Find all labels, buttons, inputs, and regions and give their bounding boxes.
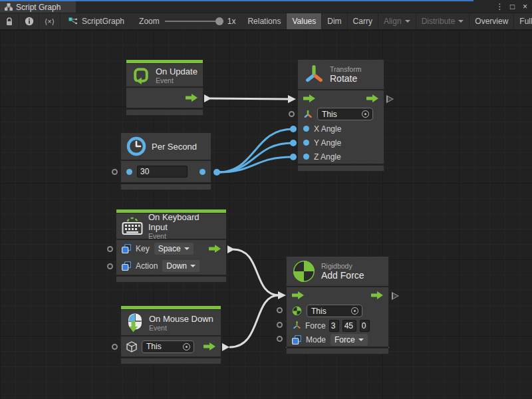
value-input-port-target[interactable] [112,344,118,350]
lock-button[interactable] [0,13,19,29]
value-input-port-target[interactable] [277,307,283,313]
value-input-port-mode[interactable] [277,336,283,342]
exec-output-port[interactable] [392,292,399,300]
object-picker-icon[interactable] [351,307,358,315]
wire-arrowhead [278,291,286,299]
force-z-input[interactable] [360,320,370,332]
zoom-slider[interactable] [165,21,222,22]
wire-endpoint [213,169,220,176]
node-title: Rotate [330,74,361,84]
align-dropdown[interactable]: Align [378,13,416,29]
exec-arrow-icon [366,94,378,102]
target-value: This [322,110,337,119]
wire-per-second-to-x-angle [218,129,293,172]
target-object-field[interactable]: This [307,305,362,317]
target-value: This [311,307,327,316]
graph-toolbar: ⟨×⟩ ScriptGraph Zoom 1x Relations Values… [0,13,532,30]
distribute-label: Distribute [422,17,456,26]
value-input-port-force[interactable] [277,322,283,328]
node-per-second[interactable]: Per Second [121,133,211,190]
clock-icon [126,136,146,156]
chevron-down-icon [184,247,190,250]
rigidbody-mini-icon [292,306,302,316]
mode-dropdown[interactable]: Force [331,334,368,346]
graph-name-label: ScriptGraph [82,17,124,26]
wire-arrowhead [288,95,296,103]
value-input-port-action[interactable] [107,263,113,269]
wire-endpoint [290,126,297,132]
dim-toggle[interactable]: Dim [322,13,347,29]
node-title: On Mouse Down [149,314,213,324]
keyboard-icon [122,216,143,236]
wire-per-second-to-z-angle [218,157,293,172]
key-label: Key [136,244,150,253]
action-value: Down [166,261,187,271]
exec-arrow-icon [209,245,221,253]
code-view-icon: ⟨×⟩ [45,17,55,26]
window-maximize-icon[interactable]: □ [507,2,518,11]
rigidbody-icon [292,259,316,283]
action-dropdown[interactable]: Down [162,260,200,272]
gameobject-cube-icon [126,341,137,352]
node-add-force[interactable]: Rigidbody Add Force This [286,256,389,354]
node-on-update[interactable]: On Update Event [126,60,203,115]
node-subtitle: Event [149,324,213,332]
graph-breadcrumb[interactable]: ScriptGraph [61,13,132,29]
graph-canvas[interactable]: On Update Event Transf [0,30,532,399]
value-input-port-target[interactable] [289,111,295,117]
value-input-port[interactable] [112,169,118,175]
inspect-button[interactable] [19,13,39,29]
values-toggle[interactable]: Values [287,13,322,29]
fullscreen-button[interactable]: Full Screen [514,13,532,29]
node-rotate[interactable]: Transform Rotate This [298,60,384,171]
chevron-down-icon [458,20,464,23]
float-type-icon [303,140,309,146]
wire-keyboard-to-add-force [233,249,279,295]
overview-button[interactable]: Overview [469,13,514,29]
code-view-button[interactable]: ⟨×⟩ [39,13,61,29]
zoom-slider-knob[interactable] [215,17,223,25]
port-label-y-angle: Y Angle [314,138,341,148]
port-label-x-angle: X Angle [314,124,341,134]
node-on-mouse-down[interactable]: On Mouse Down Event This [121,306,221,364]
exec-output-port[interactable] [227,245,235,253]
exec-output-port[interactable] [204,94,211,102]
on-update-icon [132,66,150,84]
target-object-field[interactable]: This [142,340,194,353]
chevron-down-icon [358,338,364,341]
exec-arrow-icon [186,94,198,102]
object-picker-icon[interactable] [183,343,190,350]
window-menu-icon[interactable]: ⋮ [494,2,505,11]
window-close-icon[interactable]: × [519,2,531,11]
target-object-field[interactable]: This [317,108,373,120]
node-title: Per Second [152,142,197,152]
relations-toggle[interactable]: Relations [242,13,287,29]
enum-type-icon [122,261,131,271]
carry-toggle[interactable]: Carry [348,13,378,29]
node-title: On Update [156,66,198,76]
node-on-keyboard-input[interactable]: On Keyboard Input Event Key Space [116,209,226,282]
tab-title: Script Graph [16,3,61,12]
tab-bar: Script Graph ⋮ □ × [0,0,532,13]
chevron-down-icon [405,20,410,23]
enum-type-icon [292,335,301,344]
key-dropdown[interactable]: Space [154,243,194,255]
per-second-value-input[interactable] [137,166,188,178]
node-subtitle: Event [148,232,221,240]
info-icon [25,17,34,26]
exec-output-port[interactable] [222,343,229,351]
lock-icon [5,17,13,26]
action-label: Action [136,261,158,271]
exec-output-port[interactable] [386,95,394,103]
wire-endpoint [290,140,297,146]
object-picker-icon[interactable] [362,110,369,118]
node-title: Add Force [321,271,364,281]
value-output-icon [200,169,205,175]
zoom-label: Zoom [139,17,160,26]
force-x-input[interactable] [329,320,339,332]
force-y-input[interactable] [342,320,356,332]
distribute-dropdown[interactable]: Distribute [416,13,470,29]
tab-script-graph[interactable]: Script Graph [0,1,76,13]
key-value: Space [158,244,181,253]
value-input-port-key[interactable] [107,246,113,252]
